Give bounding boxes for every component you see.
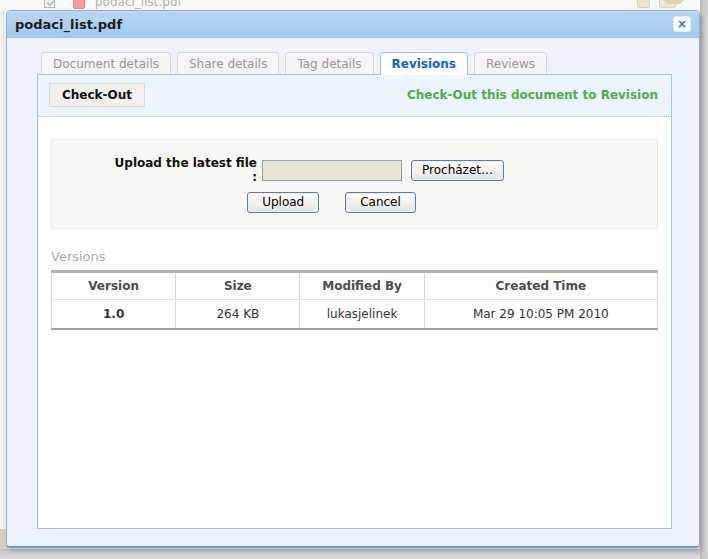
browse-button[interactable]: Procházet… <box>411 160 504 181</box>
dialog-title: podaci_list.pdf <box>15 17 122 32</box>
check-out-button[interactable]: Check-Out <box>49 83 145 107</box>
column-header-version: Version <box>52 272 176 300</box>
mail-action-icon[interactable] <box>659 0 676 8</box>
column-header-created-time: Created Time <box>424 272 657 300</box>
file-checkbox[interactable] <box>44 0 55 8</box>
upload-form: Upload the latest file : Procházet… Uplo… <box>51 139 658 229</box>
upload-file-row: Upload the latest file : Procházet… <box>52 156 657 184</box>
dialog-tabs: Document details Share details Tag detai… <box>41 52 699 74</box>
versions-header-row: Version Size Modified By Created Time <box>52 272 658 300</box>
modified-by-value: lukasjelinek <box>300 300 424 330</box>
column-header-modified-by: Modified By <box>300 272 424 300</box>
checkout-hint-text: Check-Out this document to Revision <box>407 88 660 102</box>
upload-file-label: Upload the latest file : <box>110 156 257 184</box>
cancel-button[interactable]: Cancel <box>345 192 416 213</box>
versions-table: Version Size Modified By Created Time 1.… <box>51 270 658 330</box>
tab-tag-details[interactable]: Tag details <box>285 52 373 74</box>
document-details-dialog: podaci_list.pdf × Document details Share… <box>6 10 700 548</box>
background-page-strip: podaci_list.pdf <box>0 0 700 10</box>
size-value: 264 KB <box>176 300 300 330</box>
background-filename: podaci_list.pdf <box>95 0 182 9</box>
window-bottom-edge <box>0 549 700 559</box>
page-edge-line <box>3 10 4 528</box>
document-action-icon[interactable] <box>637 0 650 8</box>
upload-file-input[interactable] <box>262 160 402 181</box>
tab-reviews[interactable]: Reviews <box>474 52 547 74</box>
upload-actions-row: Upload Cancel <box>52 192 657 213</box>
checkout-bar: Check-Out Check-Out this document to Rev… <box>38 75 671 117</box>
pdf-file-icon <box>73 0 85 9</box>
versions-heading: Versions <box>51 249 658 264</box>
tab-revisions[interactable]: Revisions <box>380 52 469 75</box>
tab-document-details[interactable]: Document details <box>41 52 171 74</box>
upload-button[interactable]: Upload <box>247 192 319 213</box>
version-value: 1.0 <box>52 300 176 330</box>
column-header-size: Size <box>176 272 300 300</box>
window-right-edge <box>700 0 708 559</box>
close-icon[interactable]: × <box>673 16 691 32</box>
version-row: 1.0 264 KB lukasjelinek Mar 29 10:05 PM … <box>52 300 658 330</box>
tab-share-details[interactable]: Share details <box>177 52 279 74</box>
revisions-panel: Check-Out Check-Out this document to Rev… <box>37 74 672 529</box>
created-time-value: Mar 29 10:05 PM 2010 <box>424 300 657 330</box>
dialog-titlebar: podaci_list.pdf × <box>7 11 699 38</box>
